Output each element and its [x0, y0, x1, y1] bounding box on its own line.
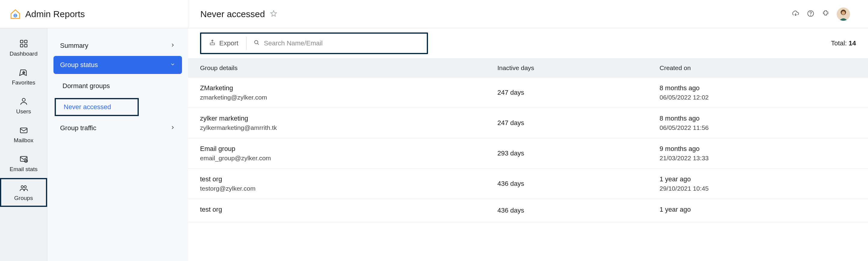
total-value: 14 [849, 39, 856, 47]
created-date: 29/10/2021 10:45 [659, 185, 856, 192]
table-body: ZMarketing zmarketing@zylker.com 247 day… [188, 78, 868, 222]
group-email: email_group@zylker.com [200, 154, 497, 162]
search-input[interactable] [264, 39, 420, 47]
search-icon [253, 39, 260, 48]
export-icon [209, 39, 216, 48]
brand-title: Admin Reports [25, 9, 85, 19]
created-date: 21/03/2022 13:33 [659, 154, 856, 162]
column-header-created-on[interactable]: Created on [659, 64, 856, 71]
cell-created-on: 8 months ago 06/05/2022 11:56 [659, 115, 856, 132]
created-relative: 1 year ago [659, 206, 856, 213]
cell-inactive-days: 247 days [497, 89, 659, 96]
cell-created-on: 1 year ago 29/10/2021 10:45 [659, 175, 856, 192]
cell-inactive-days: 247 days [497, 119, 659, 127]
nav-item-mailbox[interactable]: Mailbox [0, 120, 47, 149]
subnav-group-traffic[interactable]: Group traffic [54, 119, 182, 137]
help-icon[interactable] [807, 10, 814, 19]
subnav-label: Never accessed [64, 103, 111, 111]
user-avatar[interactable] [837, 7, 850, 21]
chevron-right-icon [170, 42, 176, 50]
group-email: testorg@zylker.com [200, 185, 497, 192]
table-row[interactable]: zylker marketing zylkermarketing@amrrith… [188, 108, 868, 138]
cell-group-details: zylker marketing zylkermarketing@amrrith… [200, 115, 497, 132]
svg-point-10 [22, 98, 25, 102]
nav-label: Users [16, 108, 31, 115]
cell-inactive-days: 436 days [497, 180, 659, 187]
download-icon[interactable] [792, 10, 800, 19]
created-date: 06/05/2022 12:02 [659, 94, 856, 101]
app-header: Admin Reports Never accessed [0, 0, 868, 28]
svg-rect-9 [24, 45, 27, 47]
nav-label: Mailbox [14, 137, 33, 144]
nav-item-dashboard[interactable]: Dashboard [0, 34, 47, 62]
page-title: Never accessed [200, 9, 265, 19]
svg-rect-8 [20, 45, 23, 47]
subnav-never-accessed[interactable]: Never accessed [55, 98, 139, 116]
table-row[interactable]: test org testorg@zylker.com 436 days 1 y… [188, 169, 868, 199]
cell-inactive-days: 293 days [497, 149, 659, 157]
group-name: zylker marketing [200, 115, 497, 122]
search-container [247, 39, 427, 48]
brand-logo-icon [10, 8, 21, 20]
cell-group-details: test org [200, 206, 497, 215]
total-prefix: Total: [831, 39, 849, 47]
subnav-label: Dormant groups [62, 82, 110, 90]
svg-point-2 [810, 15, 811, 15]
cell-inactive-days: 436 days [497, 207, 659, 214]
subnav-label: Summary [60, 42, 88, 50]
nav-item-favorites[interactable]: Favorites [0, 62, 47, 91]
created-relative: 8 months ago [659, 115, 856, 122]
favorite-star-icon[interactable] [270, 10, 278, 19]
svg-rect-11 [20, 128, 27, 133]
svg-rect-7 [24, 40, 27, 43]
created-relative: 1 year ago [659, 175, 856, 183]
group-email: zylkermarketing@amrrith.tk [200, 124, 497, 132]
subnav-dormant-groups[interactable]: Dormant groups [54, 77, 182, 95]
cell-created-on: 1 year ago [659, 206, 856, 215]
created-date: 06/05/2022 11:56 [659, 124, 856, 132]
brand-area: Admin Reports [0, 8, 188, 20]
column-header-inactive-days[interactable]: Inactive days [497, 64, 659, 71]
extension-icon[interactable] [822, 10, 830, 19]
group-name: Email group [200, 145, 497, 153]
cell-created-on: 8 months ago 06/05/2022 12:02 [659, 84, 856, 101]
svg-point-17 [254, 40, 258, 44]
table-header-row: Group details Inactive days Created on [188, 58, 868, 78]
chevron-right-icon [170, 124, 176, 132]
subnav-label: Group traffic [60, 124, 96, 132]
cell-group-details: Email group email_group@zylker.com [200, 145, 497, 162]
cell-created-on: 9 months ago 21/03/2022 13:33 [659, 145, 856, 162]
export-button[interactable]: Export [201, 37, 247, 50]
column-header-group-details[interactable]: Group details [200, 64, 497, 71]
subnav-summary[interactable]: Summary [54, 37, 182, 55]
cell-group-details: test org testorg@zylker.com [200, 175, 497, 192]
nav-rail: Dashboard Favorites Users Mailbox Email … [0, 28, 48, 261]
created-relative: 8 months ago [659, 84, 856, 92]
table-row[interactable]: ZMarketing zmarketing@zylker.com 247 day… [188, 78, 868, 108]
export-label: Export [219, 39, 239, 47]
nav-item-email-stats[interactable]: Email stats [0, 149, 47, 178]
table-row[interactable]: test org 436 days 1 year ago [188, 199, 868, 222]
nav-label: Email stats [10, 166, 37, 173]
group-name: test org [200, 206, 497, 213]
group-email: zmarketing@zylker.com [200, 94, 497, 101]
results-table: Group details Inactive days Created on Z… [188, 58, 868, 261]
svg-point-15 [24, 186, 26, 188]
svg-point-5 [842, 11, 845, 15]
subnav-label: Group status [60, 61, 98, 69]
nav-item-users[interactable]: Users [0, 91, 47, 120]
subnav-group-status[interactable]: Group status [54, 56, 182, 74]
svg-rect-16 [210, 43, 215, 45]
header-actions [792, 7, 859, 21]
toolbar: Export Total: 14 [188, 28, 868, 58]
group-name: ZMarketing [200, 84, 497, 92]
nav-label: Dashboard [10, 51, 37, 57]
nav-item-groups[interactable]: Groups [0, 178, 47, 207]
page-title-area: Never accessed [188, 0, 868, 28]
nav-label: Groups [14, 195, 33, 201]
created-relative: 9 months ago [659, 145, 856, 153]
toolbar-highlighted-box: Export [200, 32, 428, 54]
group-name: test org [200, 175, 497, 183]
subnav-panel: Summary Group status Dormant groups Neve… [48, 28, 188, 261]
table-row[interactable]: Email group email_group@zylker.com 293 d… [188, 138, 868, 169]
